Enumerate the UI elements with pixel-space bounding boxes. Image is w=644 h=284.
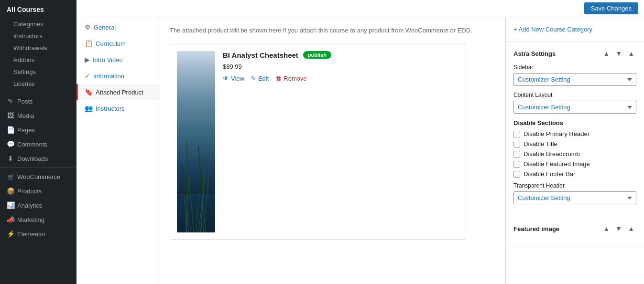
main-wrapper: Save Changes ⚙ General 📋 Curriculum ▶ In… [76,0,644,284]
sidebar-item-downloads[interactable]: ⬇ Downloads [0,151,76,166]
checkbox-row-primary-header: Disable Primary Header [513,130,636,137]
product-price: $89.99 [223,63,459,70]
analytics-icon: 📊 [7,201,14,209]
sidebar-header: All Courses [0,0,76,18]
sidebar-item-products[interactable]: 📦 Products [0,184,76,198]
checkbox-row-featured-image: Disable Featured Image [513,160,636,168]
woocommerce-icon: 🛒 [7,174,14,180]
view-product-link[interactable]: 👁 View [223,75,244,82]
edit-icon: ✎ [251,75,256,82]
product-actions: 👁 View ✎ Edit 🗑 Remove [223,75,459,82]
sidebar-top-links: Categories Instructors Withdrawals Addon… [0,18,76,90]
rs-astra-settings-section: Astra Settings ▲ ▼ ▲ Sidebar Customizer … [506,42,644,217]
disable-footer-bar-label: Disable Footer Bar [524,170,575,178]
featured-image-title: Featured image [513,225,559,232]
checkbox-row-breadcrumb: Disable Breadcrumb [513,150,636,158]
pages-icon: 📄 [7,126,14,134]
disable-breadcrumb-checkbox[interactable] [513,151,520,158]
remove-icon: 🗑 [275,75,282,82]
rs-collapse-up-btn[interactable]: ▲ [601,49,611,58]
featured-image-collapse-up-btn[interactable]: ▲ [601,224,611,233]
sidebar-divider-1 [0,92,76,92]
transparent-header-field-label: Transparent Header [513,182,636,189]
tab-content-panel: The attached product will be shown here … [160,17,505,284]
sidebar-item-categories[interactable]: Categories [0,18,76,30]
product-title-row: BI Analyst Cheatsheet publish [223,51,459,59]
sidebar-item-comments[interactable]: 💬 Comments [0,137,76,151]
sidebar-field-label: Sidebar [513,64,636,71]
edit-product-link[interactable]: ✎ Edit [251,75,269,82]
right-sidebar: + Add New Course Category Astra Settings… [505,17,644,284]
rs-astra-header: Astra Settings ▲ ▼ ▲ [513,49,636,58]
featured-image-expand-btn[interactable]: ▲ [626,224,636,233]
disable-title-checkbox[interactable] [513,141,520,147]
tab-intro-video[interactable]: ▶ Intro Video [76,52,160,68]
products-icon: 📦 [7,187,14,195]
media-icon: 🖼 [7,112,14,119]
marketing-icon: 📣 [7,216,14,223]
thumbnail-svg [177,51,215,232]
disable-footer-bar-checkbox[interactable] [513,171,520,178]
sidebar-item-elementor[interactable]: ⚡ Elementor [0,227,76,241]
sidebar-item-marketing[interactable]: 📣 Marketing [0,212,76,227]
rs-expand-btn[interactable]: ▲ [626,49,636,58]
tab-curriculum[interactable]: 📋 Curriculum [76,35,160,52]
disable-sections-title: Disable Sections [513,119,636,126]
transparent-header-select[interactable]: Customizer Setting [513,191,636,204]
information-icon: ✓ [85,72,90,80]
sidebar-item-pages[interactable]: 📄 Pages [0,123,76,137]
product-card: BI Analyst Cheatsheet publish $89.99 👁 V… [170,44,466,240]
tab-general[interactable]: ⚙ General [76,19,160,35]
view-icon: 👁 [223,75,229,82]
sidebar-item-settings[interactable]: Settings [0,66,76,78]
tab-information[interactable]: ✓ Information [76,68,160,84]
sidebar-item-media[interactable]: 🖼 Media [0,108,76,123]
astra-settings-title: Astra Settings [513,50,556,57]
sidebar-item-license[interactable]: License [0,78,76,90]
rs-collapse-down-btn[interactable]: ▼ [613,49,624,58]
sidebar-item-analytics[interactable]: 📊 Analytics [0,198,76,212]
rs-category-section: + Add New Course Category [506,17,644,42]
svg-rect-10 [177,194,215,232]
sidebar-item-instructors[interactable]: Instructors [0,30,76,42]
rs-featured-image-section: Featured image ▲ ▼ ▲ [506,217,644,246]
save-changes-button[interactable]: Save Changes [584,2,638,14]
disable-featured-image-checkbox[interactable] [513,161,520,168]
publish-badge: publish [303,51,331,59]
rs-controls: ▲ ▼ ▲ [601,49,636,58]
rs-featured-image-controls: ▲ ▼ ▲ [601,224,636,233]
content-layout-select[interactable]: Customizer Setting [513,101,636,114]
sidebar-item-withdrawals[interactable]: Withdrawals [0,42,76,54]
sidebar-item-posts[interactable]: ✎ Posts [0,94,76,108]
product-details: BI Analyst Cheatsheet publish $89.99 👁 V… [223,51,459,82]
comments-icon: 💬 [7,140,14,148]
product-thumbnail [177,51,215,232]
add-new-course-category-link[interactable]: + Add New Course Category [513,24,636,35]
content-layout: ⚙ General 📋 Curriculum ▶ Intro Video ✓ I… [76,17,644,284]
curriculum-icon: 📋 [85,40,93,47]
instructors-icon: 👥 [85,105,93,112]
disable-primary-header-checkbox[interactable] [513,131,520,137]
tab-instructors[interactable]: 👥 Instructors [76,100,160,116]
sidebar-select[interactable]: Customizer Setting [513,73,636,86]
content-layout-field-label: Content Layout [513,92,636,98]
sub-nav: ⚙ General 📋 Curriculum ▶ Intro Video ✓ I… [76,17,160,284]
checkbox-row-footer-bar: Disable Footer Bar [513,170,636,178]
featured-image-collapse-down-btn[interactable]: ▼ [613,224,624,233]
disable-breadcrumb-label: Disable Breadcrumb [524,150,580,158]
sidebar-divider-2 [0,168,76,168]
checkbox-row-title: Disable Title [513,140,636,147]
product-info-text: The attached product will be shown here … [170,26,495,35]
tab-nav: Save Changes [76,0,644,17]
left-sidebar: All Courses Categories Instructors Withd… [0,0,76,284]
disable-featured-image-label: Disable Featured Image [524,160,590,168]
tab-attached-product[interactable]: 🔖 Attached Product [76,84,160,100]
disable-title-label: Disable Title [524,140,557,147]
disable-primary-header-label: Disable Primary Header [524,130,589,137]
product-content: The attached product will be shown here … [160,17,505,248]
sidebar-item-addons[interactable]: Addons [0,54,76,66]
general-icon: ⚙ [85,23,91,31]
remove-product-link[interactable]: 🗑 Remove [275,75,306,82]
sidebar-item-woocommerce[interactable]: 🛒 WooCommerce [0,170,76,184]
downloads-icon: ⬇ [7,155,14,162]
